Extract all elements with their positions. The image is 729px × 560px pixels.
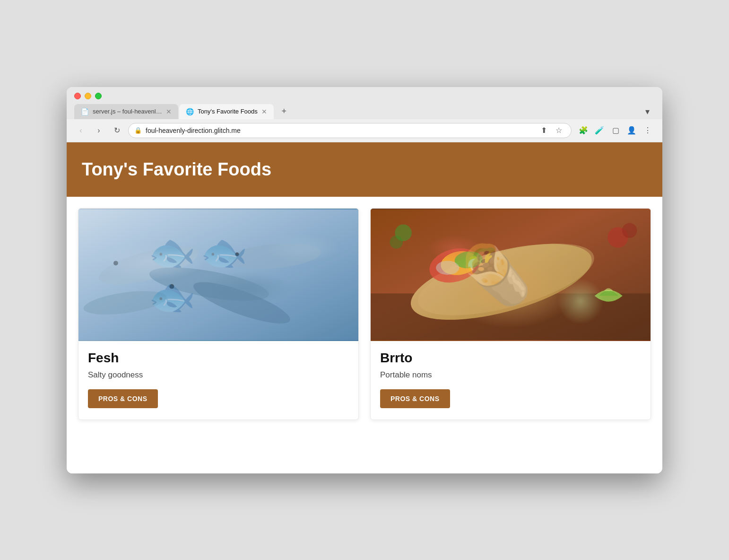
burrito-svg [371, 209, 651, 341]
lock-icon: 🔒 [134, 127, 142, 134]
svg-point-7 [169, 284, 174, 289]
labs-icon[interactable]: 🧪 [592, 123, 607, 138]
page-title: Tony's Favorite Foods [82, 159, 647, 180]
title-bar: 📄 server.js – foul-heavenly-di... ✕ 🌐 To… [67, 87, 662, 119]
back-icon: ‹ [79, 126, 82, 135]
browser-controls: 🧩 🧪 ▢ 👤 ⋮ [576, 123, 655, 138]
fish-image [78, 209, 358, 341]
svg-point-1 [95, 238, 202, 292]
svg-point-3 [227, 240, 322, 272]
pros-cons-button-brrto[interactable]: PROS & CONS [380, 389, 450, 408]
foods-tab-close[interactable]: ✕ [261, 108, 267, 115]
svg-rect-11 [371, 293, 651, 340]
food-card-fesh: Fesh Salty goodness PROS & CONS [78, 208, 359, 420]
back-button[interactable]: ‹ [74, 124, 87, 137]
pros-cons-button-fesh[interactable]: PROS & CONS [88, 389, 158, 408]
forward-button[interactable]: › [92, 124, 105, 137]
food-desc-brrto: Portable noms [380, 370, 641, 380]
minimize-traffic-light[interactable] [85, 93, 91, 99]
address-bar-row: ‹ › ↻ 🔒 foul-heavenly-direction.glitch.m… [67, 119, 662, 142]
address-actions: ⬆ ☆ [537, 124, 565, 137]
profile-icon[interactable]: 👤 [625, 123, 639, 138]
page-header: Tony's Favorite Foods [67, 142, 662, 197]
tabs-row: 📄 server.js – foul-heavenly-di... ✕ 🌐 To… [74, 104, 655, 119]
svg-point-14 [425, 243, 484, 288]
svg-rect-0 [78, 209, 358, 340]
svg-point-12 [403, 228, 599, 335]
maximize-traffic-light[interactable] [95, 93, 102, 99]
svg-point-21 [390, 236, 403, 249]
server-tab-close[interactable]: ✕ [166, 108, 172, 115]
browser-window: 📄 server.js – foul-heavenly-di... ✕ 🌐 To… [67, 87, 662, 473]
forward-icon: › [97, 126, 100, 135]
svg-point-18 [608, 227, 628, 247]
reload-button[interactable]: ↻ [110, 124, 123, 137]
traffic-lights [74, 93, 655, 99]
fish-svg [78, 209, 358, 341]
new-tab-button[interactable]: + [277, 104, 292, 119]
svg-point-8 [235, 252, 239, 256]
svg-point-13 [411, 228, 601, 330]
food-card-brrto: Brrto Portable noms PROS & CONS [370, 208, 651, 420]
extensions-icon[interactable]: 🧩 [576, 123, 590, 138]
reload-icon: ↻ [114, 126, 120, 135]
food-name-brrto: Brrto [380, 350, 641, 366]
split-icon[interactable]: ▢ [608, 123, 623, 138]
address-text: foul-heavenly-direction.glitch.me [146, 127, 533, 134]
burrito-image [371, 209, 651, 341]
address-bar[interactable]: 🔒 foul-heavenly-direction.glitch.me ⬆ ☆ [128, 123, 572, 138]
svg-point-16 [454, 250, 483, 270]
server-tab-label: server.js – foul-heavenly-di... [93, 108, 162, 115]
tab-foods[interactable]: 🌐 Tony's Favorite Foods ✕ [179, 104, 274, 119]
svg-rect-9 [78, 209, 358, 340]
svg-point-19 [622, 223, 637, 238]
food-desc-fesh: Salty goodness [88, 370, 349, 380]
tab-dropdown-button[interactable]: ▾ [640, 104, 655, 119]
cards-grid: Fesh Salty goodness PROS & CONS [67, 197, 662, 431]
menu-icon[interactable]: ⋮ [641, 123, 655, 138]
svg-point-17 [436, 261, 459, 275]
svg-point-4 [190, 274, 294, 331]
svg-point-2 [147, 261, 271, 307]
svg-point-5 [82, 287, 168, 319]
food-name-fesh: Fesh [88, 350, 349, 366]
page-content: Tony's Favorite Foods [67, 142, 662, 473]
tab-server[interactable]: 📄 server.js – foul-heavenly-di... ✕ [74, 104, 178, 119]
svg-point-6 [113, 261, 118, 265]
card-body-fesh: Fesh Salty goodness PROS & CONS [78, 341, 358, 420]
svg-point-15 [439, 248, 479, 278]
foods-tab-icon: 🌐 [186, 108, 194, 115]
svg-rect-10 [371, 209, 651, 340]
bookmark-icon[interactable]: ☆ [552, 124, 565, 137]
svg-point-20 [395, 224, 412, 241]
server-tab-icon: 📄 [81, 108, 89, 115]
foods-tab-label: Tony's Favorite Foods [198, 108, 258, 115]
card-body-brrto: Brrto Portable noms PROS & CONS [371, 341, 651, 420]
close-traffic-light[interactable] [74, 93, 81, 99]
share-icon[interactable]: ⬆ [537, 124, 550, 137]
